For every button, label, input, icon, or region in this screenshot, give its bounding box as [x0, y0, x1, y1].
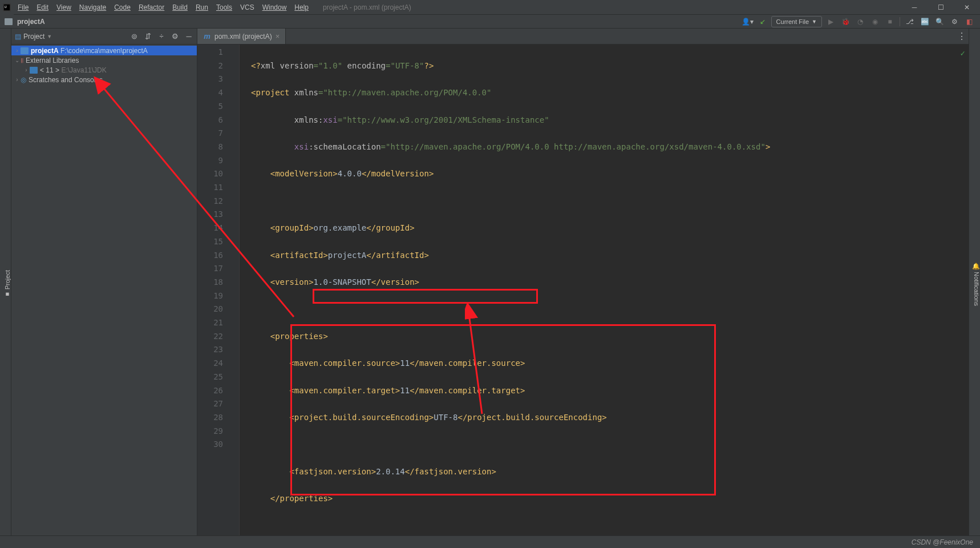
- menu-view[interactable]: View: [52, 0, 75, 15]
- breadcrumb-project[interactable]: projectA: [17, 18, 45, 26]
- tree-scratches[interactable]: › ◎ Scratches and Consoles: [11, 75, 197, 84]
- editor-area: m pom.xml (projectA) × ⋮ ✓ 1234567891011…: [197, 29, 969, 535]
- tree-root[interactable]: › projectA F:\code\mca\maven\projectA: [11, 46, 197, 55]
- project-panel-header: ▤ Project ▼ ⊚ ⇵ ÷ ⚙ ─: [11, 29, 197, 45]
- project-panel: ▤ Project ▼ ⊚ ⇵ ÷ ⚙ ─ › projectA F:\code…: [11, 29, 197, 535]
- tool-project-tab[interactable]: ■ Project: [4, 267, 11, 301]
- watermark: CSDN @FeenixOne: [912, 538, 973, 546]
- right-tool-strip: 🔔 Notifications aiXcoder 🗄 Database jcla…: [969, 29, 980, 535]
- minimize-button[interactable]: ─: [901, 0, 928, 15]
- options-icon[interactable]: ⚙: [171, 32, 180, 41]
- search-icon[interactable]: 🔍: [933, 16, 946, 27]
- debug-button[interactable]: 🐞: [839, 16, 852, 27]
- project-tree[interactable]: › projectA F:\code\mca\maven\projectA ⌄ …: [11, 45, 197, 86]
- window-title: projectA - pom.xml (projectA): [323, 3, 411, 11]
- main-menu: IJ File Edit View Navigate Code Refactor…: [0, 0, 980, 15]
- git-branch-icon[interactable]: ⎇: [904, 16, 916, 27]
- coverage-button[interactable]: ◔: [854, 16, 866, 27]
- app-logo-icon: IJ: [0, 0, 14, 15]
- module-icon: [21, 47, 29, 54]
- line-gutter: 1234567891011121314151617181920212223242…: [197, 45, 232, 535]
- code-editor[interactable]: ✓ 12345678910111213141516171819202122232…: [197, 45, 969, 535]
- menu-refactor[interactable]: Refactor: [135, 0, 168, 15]
- editor-tab-pom[interactable]: m pom.xml (projectA) ×: [197, 29, 286, 44]
- hide-panel-icon[interactable]: ─: [184, 32, 193, 41]
- menu-vcs[interactable]: VCS: [236, 0, 258, 15]
- menu-run[interactable]: Run: [192, 0, 212, 15]
- maven-file-icon: m: [203, 33, 211, 41]
- editor-tabs: m pom.xml (projectA) × ⋮: [197, 29, 969, 45]
- run-button[interactable]: ▶: [824, 16, 837, 27]
- expand-all-icon[interactable]: ⇵: [143, 32, 152, 41]
- library-icon: [30, 67, 38, 74]
- close-tab-icon[interactable]: ×: [276, 32, 280, 41]
- run-config-selector[interactable]: Current File▼: [771, 16, 822, 27]
- translate-icon[interactable]: 🔤: [918, 16, 931, 27]
- tool-notifications[interactable]: 🔔 Notifications: [973, 260, 980, 308]
- menu-build[interactable]: Build: [168, 0, 192, 15]
- tree-jdk[interactable]: › < 11 > E:\Java11\JDK: [11, 65, 197, 75]
- menu-navigate[interactable]: Navigate: [75, 0, 110, 15]
- menu-tools[interactable]: Tools: [212, 0, 236, 15]
- left-tool-strip: ■ Project: [0, 29, 11, 535]
- sidebar-toggle-icon[interactable]: ◧: [963, 16, 975, 27]
- menu-code[interactable]: Code: [110, 0, 135, 15]
- folder-icon: [5, 18, 13, 25]
- stop-button[interactable]: ■: [884, 16, 896, 27]
- settings-icon[interactable]: ⚙: [948, 16, 961, 27]
- menu-help[interactable]: Help: [290, 0, 313, 15]
- fold-column[interactable]: [232, 45, 240, 535]
- code-text[interactable]: <?xml version="1.0" encoding="UTF-8"?> <…: [240, 45, 969, 535]
- menu-window[interactable]: Window: [258, 0, 291, 15]
- user-icon[interactable]: 👤▾: [742, 16, 754, 27]
- close-button[interactable]: ✕: [954, 0, 980, 15]
- breadcrumb-bar: projectA 👤▾ ↙ Current File▼ ▶ 🐞 ◔ ◉ ■ ⎇ …: [0, 15, 980, 29]
- status-bar: CSDN @FeenixOne: [0, 535, 980, 548]
- collapse-all-icon[interactable]: ÷: [157, 32, 166, 41]
- locate-icon[interactable]: ⊚: [129, 32, 139, 41]
- editor-tabs-more-icon[interactable]: ⋮: [955, 29, 969, 44]
- tree-external-libs[interactable]: ⌄ ⫴ External Libraries: [11, 55, 197, 65]
- build-icon[interactable]: ↙: [756, 16, 769, 27]
- svg-text:IJ: IJ: [5, 5, 7, 8]
- menu-edit[interactable]: Edit: [33, 0, 52, 15]
- maximize-button[interactable]: ☐: [928, 0, 954, 15]
- profile-button[interactable]: ◉: [869, 16, 881, 27]
- project-view-selector[interactable]: ▤ Project ▼: [15, 33, 52, 41]
- menu-file[interactable]: File: [14, 0, 33, 15]
